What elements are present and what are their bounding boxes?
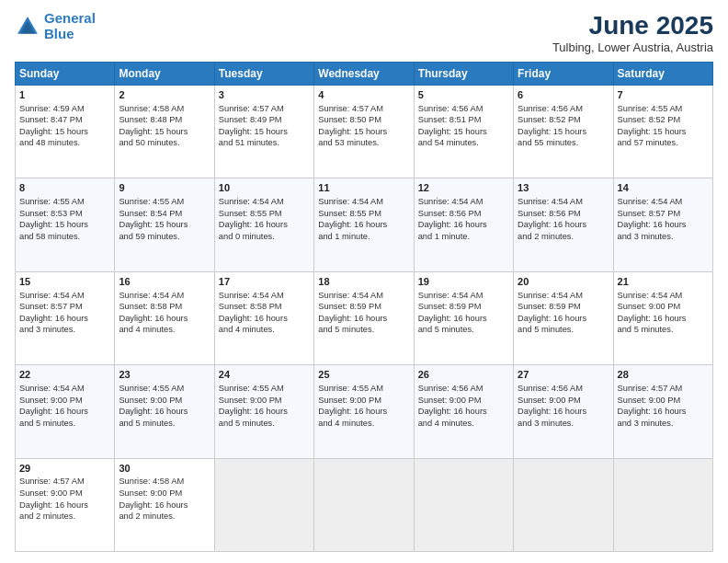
day-number: 28: [618, 368, 709, 382]
day-number: 20: [518, 275, 609, 289]
calendar-body: 1Sunrise: 4:59 AM Sunset: 8:47 PM Daylig…: [16, 86, 713, 552]
day-number: 16: [119, 275, 210, 289]
day-cell: [314, 458, 414, 551]
day-info: Sunrise: 4:54 AM Sunset: 8:56 PM Dayligh…: [418, 196, 509, 242]
day-info: Sunrise: 4:55 AM Sunset: 9:00 PM Dayligh…: [219, 383, 310, 429]
day-info: Sunrise: 4:58 AM Sunset: 8:48 PM Dayligh…: [119, 103, 210, 149]
location: Tulbing, Lower Austria, Austria: [552, 40, 713, 54]
day-number: 21: [618, 275, 709, 289]
day-number: 25: [318, 368, 409, 382]
day-number: 17: [219, 275, 310, 289]
day-number: 8: [19, 181, 110, 195]
day-cell: 7Sunrise: 4:55 AM Sunset: 8:52 PM Daylig…: [613, 86, 712, 178]
day-info: Sunrise: 4:56 AM Sunset: 9:00 PM Dayligh…: [518, 383, 609, 429]
day-number: 23: [119, 368, 210, 382]
day-number: 1: [19, 88, 110, 102]
day-number: 30: [119, 462, 210, 476]
day-number: 26: [418, 368, 509, 382]
header-cell-friday: Friday: [514, 63, 613, 86]
day-cell: 2Sunrise: 4:58 AM Sunset: 8:48 PM Daylig…: [115, 86, 214, 178]
logo: General Blue: [15, 11, 96, 41]
day-number: 13: [518, 181, 609, 195]
title-block: June 2025 Tulbing, Lower Austria, Austri…: [552, 11, 713, 54]
day-number: 2: [119, 88, 210, 102]
day-number: 3: [219, 88, 310, 102]
day-cell: 12Sunrise: 4:54 AM Sunset: 8:56 PM Dayli…: [414, 178, 513, 271]
day-info: Sunrise: 4:56 AM Sunset: 9:00 PM Dayligh…: [418, 383, 509, 429]
week-row-2: 15Sunrise: 4:54 AM Sunset: 8:57 PM Dayli…: [16, 271, 713, 364]
day-cell: 30Sunrise: 4:58 AM Sunset: 9:00 PM Dayli…: [115, 458, 214, 551]
week-row-4: 29Sunrise: 4:57 AM Sunset: 9:00 PM Dayli…: [16, 458, 713, 551]
day-info: Sunrise: 4:56 AM Sunset: 8:52 PM Dayligh…: [518, 103, 609, 149]
day-cell: 16Sunrise: 4:54 AM Sunset: 8:58 PM Dayli…: [115, 271, 214, 364]
day-info: Sunrise: 4:55 AM Sunset: 9:00 PM Dayligh…: [318, 383, 409, 429]
day-number: 4: [318, 88, 409, 102]
day-info: Sunrise: 4:54 AM Sunset: 8:57 PM Dayligh…: [19, 290, 110, 336]
day-cell: [214, 458, 313, 551]
header-cell-wednesday: Wednesday: [314, 63, 414, 86]
day-cell: 1Sunrise: 4:59 AM Sunset: 8:47 PM Daylig…: [16, 86, 115, 178]
day-info: Sunrise: 4:54 AM Sunset: 9:00 PM Dayligh…: [618, 290, 709, 336]
day-cell: 28Sunrise: 4:57 AM Sunset: 9:00 PM Dayli…: [613, 365, 712, 458]
day-info: Sunrise: 4:56 AM Sunset: 8:51 PM Dayligh…: [418, 103, 509, 149]
day-cell: 21Sunrise: 4:54 AM Sunset: 9:00 PM Dayli…: [613, 271, 712, 364]
day-cell: [613, 458, 712, 551]
month-title: June 2025: [552, 11, 713, 40]
header-cell-saturday: Saturday: [613, 63, 712, 86]
day-number: 11: [318, 181, 409, 195]
day-info: Sunrise: 4:57 AM Sunset: 9:00 PM Dayligh…: [19, 476, 110, 522]
day-cell: 23Sunrise: 4:55 AM Sunset: 9:00 PM Dayli…: [115, 365, 214, 458]
header: General Blue June 2025 Tulbing, Lower Au…: [15, 11, 713, 54]
week-row-1: 8Sunrise: 4:55 AM Sunset: 8:53 PM Daylig…: [16, 178, 713, 271]
logo-icon: [15, 14, 40, 40]
day-cell: 15Sunrise: 4:54 AM Sunset: 8:57 PM Dayli…: [16, 271, 115, 364]
day-number: 14: [618, 181, 709, 195]
day-cell: 11Sunrise: 4:54 AM Sunset: 8:55 PM Dayli…: [314, 178, 414, 271]
day-number: 5: [418, 88, 509, 102]
day-cell: 20Sunrise: 4:54 AM Sunset: 8:59 PM Dayli…: [514, 271, 613, 364]
day-cell: 6Sunrise: 4:56 AM Sunset: 8:52 PM Daylig…: [514, 86, 613, 178]
day-cell: 24Sunrise: 4:55 AM Sunset: 9:00 PM Dayli…: [214, 365, 313, 458]
day-info: Sunrise: 4:54 AM Sunset: 8:59 PM Dayligh…: [318, 290, 409, 336]
day-info: Sunrise: 4:54 AM Sunset: 9:00 PM Dayligh…: [19, 383, 110, 429]
day-info: Sunrise: 4:55 AM Sunset: 9:00 PM Dayligh…: [119, 383, 210, 429]
day-info: Sunrise: 4:55 AM Sunset: 8:54 PM Dayligh…: [119, 196, 210, 242]
day-info: Sunrise: 4:54 AM Sunset: 8:58 PM Dayligh…: [119, 290, 210, 336]
day-number: 10: [219, 181, 310, 195]
week-row-3: 22Sunrise: 4:54 AM Sunset: 9:00 PM Dayli…: [16, 365, 713, 458]
header-row: SundayMondayTuesdayWednesdayThursdayFrid…: [16, 63, 713, 86]
day-info: Sunrise: 4:57 AM Sunset: 8:49 PM Dayligh…: [219, 103, 310, 149]
day-number: 18: [318, 275, 409, 289]
day-cell: 13Sunrise: 4:54 AM Sunset: 8:56 PM Dayli…: [514, 178, 613, 271]
page: General Blue June 2025 Tulbing, Lower Au…: [0, 0, 728, 563]
day-number: 29: [19, 462, 110, 476]
day-number: 9: [119, 181, 210, 195]
day-cell: 26Sunrise: 4:56 AM Sunset: 9:00 PM Dayli…: [414, 365, 513, 458]
day-number: 19: [418, 275, 509, 289]
day-number: 22: [19, 368, 110, 382]
day-info: Sunrise: 4:54 AM Sunset: 8:58 PM Dayligh…: [219, 290, 310, 336]
day-cell: 8Sunrise: 4:55 AM Sunset: 8:53 PM Daylig…: [16, 178, 115, 271]
day-info: Sunrise: 4:57 AM Sunset: 8:50 PM Dayligh…: [318, 103, 409, 149]
day-cell: 14Sunrise: 4:54 AM Sunset: 8:57 PM Dayli…: [613, 178, 712, 271]
day-number: 7: [618, 88, 709, 102]
calendar-table: SundayMondayTuesdayWednesdayThursdayFrid…: [15, 62, 713, 552]
day-info: Sunrise: 4:55 AM Sunset: 8:52 PM Dayligh…: [618, 103, 709, 149]
day-number: 12: [418, 181, 509, 195]
day-info: Sunrise: 4:58 AM Sunset: 9:00 PM Dayligh…: [119, 476, 210, 522]
header-cell-monday: Monday: [115, 63, 214, 86]
day-cell: 18Sunrise: 4:54 AM Sunset: 8:59 PM Dayli…: [314, 271, 414, 364]
day-info: Sunrise: 4:57 AM Sunset: 9:00 PM Dayligh…: [618, 383, 709, 429]
day-cell: [514, 458, 613, 551]
day-cell: [414, 458, 513, 551]
day-cell: 10Sunrise: 4:54 AM Sunset: 8:55 PM Dayli…: [214, 178, 313, 271]
day-info: Sunrise: 4:54 AM Sunset: 8:59 PM Dayligh…: [418, 290, 509, 336]
week-row-0: 1Sunrise: 4:59 AM Sunset: 8:47 PM Daylig…: [16, 86, 713, 178]
header-cell-sunday: Sunday: [16, 63, 115, 86]
header-cell-thursday: Thursday: [414, 63, 513, 86]
day-info: Sunrise: 4:54 AM Sunset: 8:59 PM Dayligh…: [518, 290, 609, 336]
day-cell: 4Sunrise: 4:57 AM Sunset: 8:50 PM Daylig…: [314, 86, 414, 178]
logo-text: General Blue: [44, 11, 96, 41]
day-cell: 29Sunrise: 4:57 AM Sunset: 9:00 PM Dayli…: [16, 458, 115, 551]
day-number: 27: [518, 368, 609, 382]
